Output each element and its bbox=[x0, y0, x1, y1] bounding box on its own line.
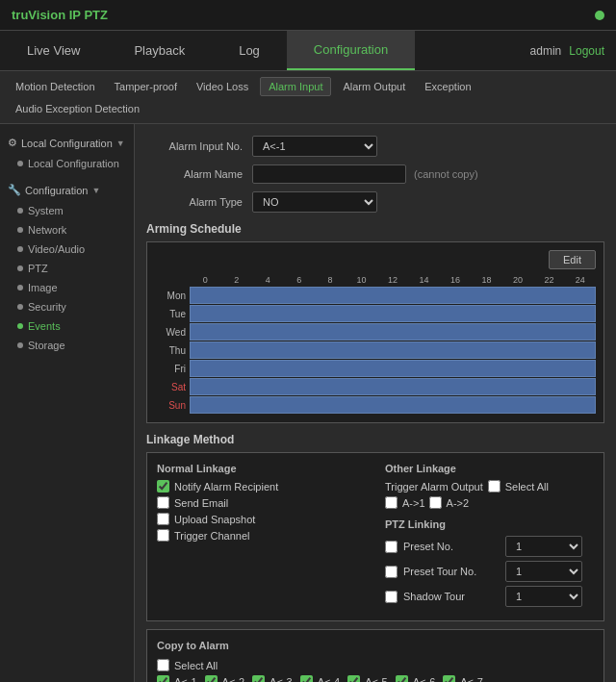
schedule-cells-mon[interactable] bbox=[190, 287, 596, 304]
copy-select-all-label: Select All bbox=[174, 660, 218, 671]
checkbox-send-email: Send Email bbox=[157, 496, 366, 509]
hour-8: 8 bbox=[315, 275, 346, 285]
alarm-a2-label: A->2 bbox=[447, 497, 470, 509]
schedule-cells-wed[interactable] bbox=[190, 323, 596, 341]
ptz-linking-title: PTZ Linking bbox=[385, 518, 594, 530]
trigger-channel-label: Trigger Channel bbox=[174, 530, 249, 542]
sidebar-item-video-audio[interactable]: Video/Audio bbox=[0, 240, 134, 259]
copy-a4-checkbox[interactable] bbox=[300, 675, 313, 682]
checkbox-upload-snapshot: Upload Snapshot bbox=[157, 513, 366, 525]
copy-a5-checkbox[interactable] bbox=[347, 675, 360, 682]
settings-icon: ⚙ bbox=[8, 137, 17, 149]
trigger-alarm-output-row: Trigger Alarm Output Select All bbox=[385, 480, 594, 493]
sidebar-item-system[interactable]: System bbox=[0, 201, 134, 220]
sidebar-item-image[interactable]: Image bbox=[0, 278, 134, 297]
video-audio-label: Video/Audio bbox=[28, 243, 85, 255]
schedule-cells-tue[interactable] bbox=[190, 305, 596, 322]
security-label: Security bbox=[28, 301, 66, 313]
alarm-a1-label: A->1 bbox=[402, 497, 425, 509]
app-header: truVision IP PTZ bbox=[0, 0, 616, 31]
trigger-channel-checkbox[interactable] bbox=[157, 529, 169, 542]
hour-16: 16 bbox=[440, 275, 471, 285]
preset-no-checkbox[interactable] bbox=[385, 541, 398, 553]
day-fri: Fri bbox=[155, 364, 190, 374]
copy-a7-checkbox[interactable] bbox=[443, 675, 455, 682]
copy-alarm-a7: A<-7 bbox=[443, 675, 483, 682]
linkage-method-title: Linkage Method bbox=[146, 433, 604, 446]
logout-link[interactable]: Logout bbox=[569, 44, 604, 58]
app-logo: truVision IP PTZ bbox=[12, 8, 108, 22]
select-all-trigger-checkbox[interactable] bbox=[488, 480, 500, 493]
copy-a4-label: A<-4 bbox=[318, 676, 341, 683]
copy-alarms-list: A<-1 A<-2 A<-3 A<-4 A<-5 bbox=[157, 675, 594, 682]
shadow-tour-checkbox[interactable] bbox=[385, 591, 398, 603]
sidebar-item-storage[interactable]: Storage bbox=[0, 336, 134, 355]
preset-tour-no-select[interactable]: 12345 bbox=[505, 561, 582, 582]
notify-alarm-checkbox[interactable] bbox=[157, 480, 169, 493]
shadow-tour-label: Shadow Tour bbox=[403, 591, 500, 602]
edit-schedule-button[interactable]: Edit bbox=[549, 250, 596, 269]
sidebar-item-security[interactable]: Security bbox=[0, 297, 134, 316]
sidebar-item-local-configuration[interactable]: Local Configuration bbox=[0, 154, 134, 173]
alarm-name-input[interactable] bbox=[252, 164, 406, 184]
schedule-row-wed: Wed bbox=[155, 323, 596, 341]
alarm-input-no-row: Alarm Input No. A<-1 A<-2 A<-3 A<-4 A<-5… bbox=[146, 136, 604, 157]
schedule-cells-sat[interactable] bbox=[190, 378, 596, 395]
item-dot-system bbox=[17, 208, 23, 214]
sidebar-item-events[interactable]: Events bbox=[0, 316, 134, 336]
alarm-a2-checkbox[interactable] bbox=[429, 496, 442, 509]
hour-22: 22 bbox=[533, 275, 564, 285]
copy-select-all-checkbox[interactable] bbox=[157, 659, 169, 671]
copy-a1-checkbox[interactable] bbox=[157, 675, 169, 682]
preset-tour-no-label: Preset Tour No. bbox=[403, 566, 500, 577]
sidebar-item-ptz[interactable]: PTZ bbox=[0, 259, 134, 278]
alarm-type-label: Alarm Type bbox=[146, 196, 252, 208]
copy-a3-checkbox[interactable] bbox=[252, 675, 265, 682]
upload-snapshot-checkbox[interactable] bbox=[157, 513, 169, 525]
copy-alarm-a6: A<-6 bbox=[396, 675, 436, 682]
alarm-input-no-label: Alarm Input No. bbox=[146, 140, 252, 152]
nav-configuration[interactable]: Configuration bbox=[287, 31, 415, 70]
subnav-tabs: Motion Detection Tamper-proof Video Loss… bbox=[0, 71, 616, 124]
copy-a3-label: A<-3 bbox=[270, 676, 293, 683]
nav-log[interactable]: Log bbox=[212, 31, 287, 70]
schedule-cells-thu[interactable] bbox=[190, 341, 596, 359]
alarm-type-select[interactable]: NO NC bbox=[252, 191, 377, 213]
ptz-preset-tour-no-row: Preset Tour No. 12345 bbox=[385, 561, 594, 582]
tab-alarm-input[interactable]: Alarm Input bbox=[260, 77, 331, 96]
alarm-a1-checkbox[interactable] bbox=[385, 496, 398, 509]
tab-tamper-proof[interactable]: Tamper-proof bbox=[107, 78, 185, 95]
other-linkage-col: Other Linkage Trigger Alarm Output Selec… bbox=[385, 463, 594, 611]
hour-6: 6 bbox=[283, 275, 314, 285]
sidebar-config-header[interactable]: 🔧 Configuration ▼ bbox=[0, 179, 134, 201]
preset-tour-no-checkbox[interactable] bbox=[385, 566, 398, 578]
schedule-row-mon: Mon bbox=[155, 287, 596, 304]
sidebar-item-network[interactable]: Network bbox=[0, 220, 134, 240]
tab-exception[interactable]: Exception bbox=[417, 78, 478, 95]
alarm-input-no-select[interactable]: A<-1 A<-2 A<-3 A<-4 A<-5 A<-6 A<-7 bbox=[252, 136, 377, 157]
tab-alarm-output[interactable]: Alarm Output bbox=[335, 78, 413, 95]
normal-linkage-col: Normal Linkage Notify Alarm Recipient Se… bbox=[157, 463, 366, 611]
schedule-row-thu: Thu bbox=[155, 341, 596, 359]
select-all-trigger-label: Select All bbox=[505, 481, 549, 493]
tab-motion-detection[interactable]: Motion Detection bbox=[8, 78, 103, 95]
local-config-header-label: Local Configuration bbox=[21, 138, 113, 149]
tab-video-loss[interactable]: Video Loss bbox=[189, 78, 256, 95]
logo-rest: Vision IP PTZ bbox=[28, 8, 108, 22]
shadow-tour-select[interactable]: 12345 bbox=[505, 586, 582, 607]
copy-a2-checkbox[interactable] bbox=[205, 675, 218, 682]
alarm-a2-row: A->2 bbox=[429, 496, 470, 509]
admin-label: admin bbox=[530, 44, 562, 58]
copy-a6-checkbox[interactable] bbox=[396, 675, 408, 682]
day-sat: Sat bbox=[155, 382, 190, 392]
nav-playback[interactable]: Playback bbox=[107, 31, 212, 70]
schedule-cells-fri[interactable] bbox=[190, 360, 596, 377]
send-email-checkbox[interactable] bbox=[157, 496, 169, 509]
day-tue: Tue bbox=[155, 309, 190, 319]
preset-no-select[interactable]: 12345 bbox=[505, 536, 582, 557]
tab-audio-exception[interactable]: Audio Exception Detection bbox=[8, 100, 147, 117]
item-dot-security bbox=[17, 304, 23, 310]
nav-live-view[interactable]: Live View bbox=[0, 31, 107, 70]
sidebar-local-config-header[interactable]: ⚙ Local Configuration ▼ bbox=[0, 132, 134, 154]
schedule-cells-sun[interactable] bbox=[190, 396, 596, 414]
